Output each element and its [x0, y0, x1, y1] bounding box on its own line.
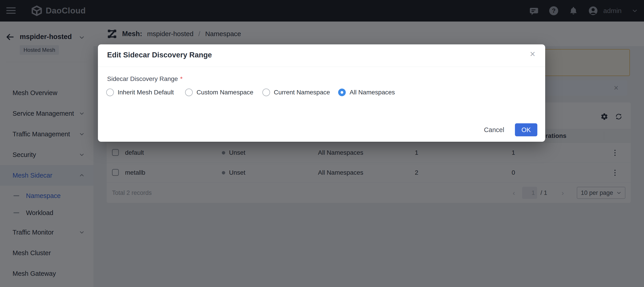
- cancel-button[interactable]: Cancel: [481, 123, 508, 136]
- radio-icon: [106, 89, 114, 96]
- edit-sidecar-discovery-range-dialog: Edit Sidecar Discovery Range × Sidecar D…: [98, 44, 545, 142]
- app-screen: DaoCloud ? admin mspi: [0, 0, 644, 287]
- radio-current-namespace[interactable]: Current Namespace: [262, 87, 330, 97]
- modal-backdrop: [0, 0, 644, 287]
- radio-selected-icon: [338, 89, 346, 96]
- radio-all-namespaces[interactable]: All Namespaces: [338, 87, 395, 97]
- required-asterisk: *: [180, 75, 182, 82]
- radio-inherit-mesh-default[interactable]: Inherit Mesh Default: [106, 87, 174, 97]
- radio-icon: [262, 89, 270, 96]
- field-label: Sidecar Discovery Range*: [107, 75, 182, 83]
- radio-custom-namespace[interactable]: Custom Namespace: [185, 87, 254, 97]
- dialog-divider: [98, 67, 545, 67]
- close-icon[interactable]: ×: [530, 49, 535, 59]
- dialog-title: Edit Sidecar Discovery Range: [107, 51, 212, 59]
- radio-icon: [185, 89, 193, 96]
- ok-button[interactable]: OK: [515, 123, 537, 136]
